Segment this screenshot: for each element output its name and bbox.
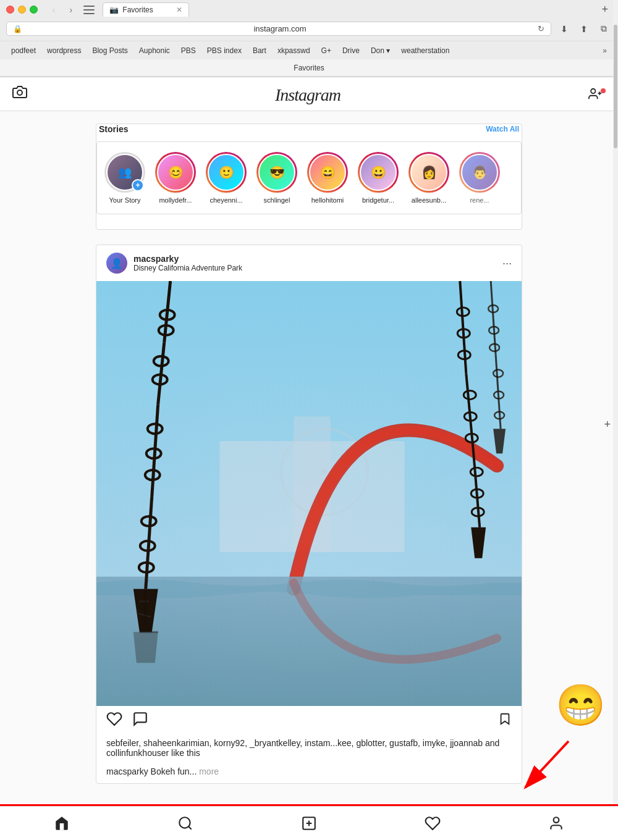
bookmark-bart[interactable]: Bart: [248, 44, 271, 57]
scrollbar[interactable]: [613, 0, 618, 840]
back-button[interactable]: ‹: [46, 4, 62, 16]
comment-button[interactable]: [132, 711, 148, 731]
add-story-button[interactable]: +: [132, 179, 144, 191]
story-alleesunb[interactable]: 👩 alleesunb...: [408, 152, 449, 204]
stories-section: Stories Watch All 👥 + Your Story: [96, 124, 522, 230]
lock-icon: 🔒: [13, 25, 22, 33]
favorites-bar: Favorites +: [0, 59, 618, 77]
story-rene-ring: 👨: [459, 152, 500, 193]
instagram-header: Instagram: [0, 77, 618, 111]
story-molly-label: mollydefr...: [159, 196, 192, 204]
camera-icon[interactable]: [12, 85, 27, 103]
bookmark-pbs[interactable]: PBS: [176, 44, 201, 57]
story-your-story[interactable]: 👥 + Your Story: [104, 152, 145, 204]
svg-rect-2: [83, 13, 95, 14]
add-bookmark-button[interactable]: +: [604, 418, 611, 430]
story-bridgetur[interactable]: 😀 bridgetur...: [358, 152, 399, 204]
story-schlingel-avatar: 😎: [258, 154, 295, 191]
bookmark-don[interactable]: Don ▾: [366, 44, 395, 57]
forward-button[interactable]: ›: [63, 4, 79, 16]
bookmark-pbs-index[interactable]: PBS index: [202, 44, 247, 57]
bookmark-podfeet[interactable]: podfeet: [6, 44, 41, 57]
bookmark-drive[interactable]: Drive: [337, 44, 365, 57]
svg-point-4: [591, 89, 595, 93]
story-molly-ring: 😊: [155, 152, 196, 193]
post-header: 👤 macsparky Disney California Adventure …: [96, 245, 522, 281]
bottom-nav-heart[interactable]: [371, 807, 494, 840]
post-username[interactable]: macsparky: [133, 254, 496, 264]
story-rene-avatar: 👨: [461, 154, 498, 191]
post-avatar[interactable]: 👤: [106, 253, 127, 274]
post-more-button[interactable]: ···: [502, 257, 512, 270]
story-molly[interactable]: 😊 mollydefr...: [155, 152, 196, 204]
story-cheyenni[interactable]: 🙂 cheyenni...: [206, 152, 247, 204]
story-molly-wrapper: 😊: [155, 152, 196, 193]
bottom-nav-home[interactable]: [0, 807, 124, 840]
story-rene-wrapper: 👨: [459, 152, 500, 193]
story-cheyenni-avatar: 🙂: [208, 154, 245, 191]
post-actions: [96, 706, 522, 736]
story-bridgetur-avatar: 😀: [360, 154, 397, 191]
post-avatar-icon: 👤: [111, 258, 123, 269]
minimize-button[interactable]: [18, 6, 26, 14]
bookmark-gplus[interactable]: G+: [316, 44, 336, 57]
refresh-button[interactable]: ↻: [538, 24, 544, 33]
instagram-logo: Instagram: [27, 83, 588, 106]
svg-point-57: [179, 817, 190, 828]
bookmark-wordpress[interactable]: wordpress: [42, 44, 86, 57]
post-likers: sebfeiler, shaheenkarimian, korny92, _br…: [96, 736, 522, 763]
tabs-overview-button[interactable]: ⧉: [596, 23, 612, 35]
post-user-info: macsparky Disney California Adventure Pa…: [133, 254, 496, 272]
traffic-lights: [6, 6, 38, 14]
watch-all-button[interactable]: Watch All: [486, 125, 519, 133]
svg-rect-0: [83, 6, 95, 7]
tab-close-button[interactable]: ✕: [176, 6, 182, 14]
bookmark-more-button[interactable]: »: [598, 44, 612, 57]
stories-container: 👥 + Your Story 😊 mollydefr: [96, 141, 522, 214]
close-button[interactable]: [6, 6, 14, 14]
post-caption-more[interactable]: more: [199, 766, 219, 776]
instagram-page: Instagram Stories Watch All: [0, 77, 618, 840]
story-hellohitomi-ring: 😄: [307, 152, 348, 193]
stories-header-row: Stories Watch All: [96, 124, 522, 134]
like-button[interactable]: [106, 711, 122, 731]
post-image-svg: [96, 281, 522, 706]
story-bridgetur-wrapper: 😀: [358, 152, 399, 193]
instagram-bottom-nav: [0, 806, 618, 840]
story-schlingel-wrapper: 😎: [256, 152, 297, 193]
story-hellohitomi-avatar: 😄: [309, 154, 346, 191]
bookmark-button[interactable]: [498, 711, 512, 731]
bottom-nav-add[interactable]: [247, 807, 371, 840]
bottom-nav-profile[interactable]: [494, 807, 618, 840]
download-button[interactable]: ⬇: [556, 23, 572, 35]
svg-point-3: [17, 90, 22, 95]
story-cheyenni-wrapper: 🙂: [206, 152, 247, 193]
bookmark-blog-posts[interactable]: Blog Posts: [87, 44, 132, 57]
browser-chrome: ‹ › 📷 Favorites ✕ + 🔒 instagram.com ↻ ⬇ …: [0, 0, 618, 77]
notification-dot: [601, 88, 606, 93]
svg-rect-53: [96, 281, 522, 706]
maximize-button[interactable]: [30, 6, 38, 14]
add-user-button[interactable]: [588, 87, 606, 101]
post-likers-text: sebfeiler, shaheenkarimian, korny92, _br…: [106, 738, 499, 758]
bottom-nav-search[interactable]: [124, 807, 247, 840]
address-bar[interactable]: 🔒 instagram.com ↻: [6, 22, 551, 36]
story-schlingel[interactable]: 😎 schlingel: [256, 152, 297, 204]
share-button[interactable]: ⬆: [576, 23, 592, 35]
sidebar-button[interactable]: [80, 4, 98, 16]
address-bar-row: 🔒 instagram.com ↻ ⬇ ⬆ ⧉: [0, 17, 618, 41]
logo-text: Instagram: [275, 85, 341, 104]
scrollbar-thumb[interactable]: [614, 25, 617, 148]
active-tab[interactable]: 📷 Favorites ✕: [103, 2, 189, 17]
bookmark-auphonic[interactable]: Auphonic: [134, 44, 175, 57]
story-hellohitomi[interactable]: 😄 hellohitomi: [307, 152, 348, 204]
your-story-label: Your Story: [109, 196, 141, 204]
story-rene[interactable]: 👨 rene...: [459, 152, 500, 204]
bookmark-weatherstation[interactable]: weatherstation: [396, 44, 454, 57]
instagram-main: Stories Watch All 👥 + Your Story: [96, 111, 522, 840]
post-image: [96, 281, 522, 706]
svg-rect-1: [83, 9, 95, 10]
new-tab-button[interactable]: +: [598, 3, 612, 16]
bookmark-xkpasswd[interactable]: xkpasswd: [273, 44, 315, 57]
story-bridgetur-label: bridgetur...: [362, 196, 394, 204]
